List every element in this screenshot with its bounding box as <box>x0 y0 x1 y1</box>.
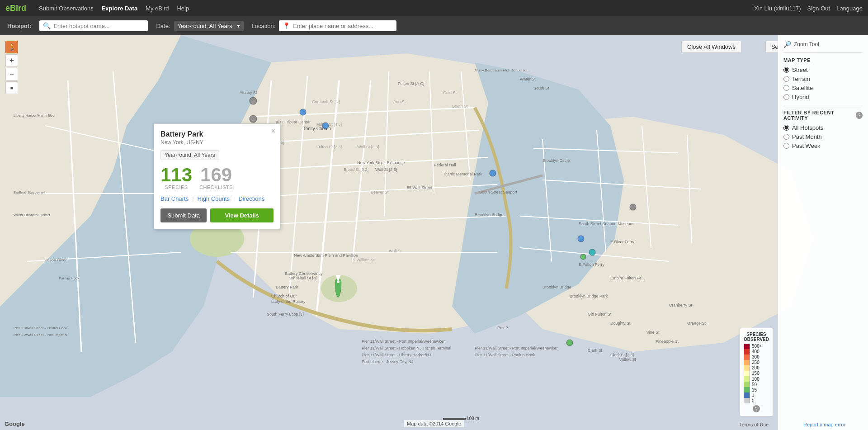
view-details-button[interactable]: View Details <box>210 208 274 222</box>
svg-text:Brooklyn Bridge: Brooklyn Bridge <box>542 285 571 289</box>
map-type-satellite-radio[interactable] <box>783 85 789 91</box>
date-select[interactable]: Year-round, All Years Past Month Past We… <box>174 21 244 31</box>
hotspot-popup: × Battery Park New York, US-NY Year-roun… <box>154 123 280 229</box>
map-type-terrain[interactable]: Terrain <box>783 76 863 82</box>
svg-text:9/11 Tribute Center: 9/11 Tribute Center <box>276 120 311 124</box>
svg-text:55 Wall Street: 55 Wall Street <box>407 185 433 190</box>
link-sep-2: | <box>233 195 235 202</box>
svg-text:Gold St: Gold St <box>443 90 457 95</box>
svg-text:Church of Our: Church of Our <box>271 294 297 298</box>
top-nav-right: Xin Liu (xinliu117) Sign Out Language <box>754 5 863 12</box>
svg-point-106 <box>250 115 257 123</box>
hotspot-search-wrap[interactable]: 🔍 <box>39 20 148 31</box>
map-type-terrain-radio[interactable] <box>783 76 789 82</box>
location-input[interactable] <box>293 23 393 29</box>
map-type-street[interactable]: Street <box>783 66 863 73</box>
overview-map-button[interactable]: ■ <box>5 81 18 94</box>
nav-submit-observations[interactable]: Submit Observations <box>39 5 94 12</box>
bar-charts-link[interactable]: Bar Charts <box>160 195 189 202</box>
popup-close-button[interactable]: × <box>271 128 275 135</box>
close-all-windows-button[interactable]: Close All Windows <box>681 41 741 53</box>
svg-text:Cranberry St: Cranberry St <box>669 303 693 307</box>
legend-help-icon[interactable]: ? <box>744 405 769 412</box>
svg-text:Old Fulton St: Old Fulton St <box>588 312 612 317</box>
submit-data-button[interactable]: Submit Data <box>160 208 207 222</box>
svg-text:Water St: Water St <box>520 77 536 81</box>
legend-label-15: 15 <box>752 387 762 392</box>
svg-point-107 <box>580 254 586 260</box>
sign-out-link[interactable]: Sign Out <box>807 5 830 12</box>
location-input-wrap[interactable]: 📍 <box>279 20 396 31</box>
user-name[interactable]: Xin Liu (xinliu117) <box>754 5 801 12</box>
report-map-error-link[interactable]: Report a map error <box>803 422 845 427</box>
map-type-street-radio[interactable] <box>783 67 789 73</box>
svg-text:South St: South St <box>533 86 549 90</box>
legend-question-icon[interactable]: ? <box>753 405 760 412</box>
google-logo: Google <box>5 421 25 427</box>
svg-text:New Amsterdam Plein and Pavill: New Amsterdam Plein and Pavillion <box>294 253 358 258</box>
svg-text:Pier 11/Wall Street - Paulus H: Pier 11/Wall Street - Paulus Hook <box>14 326 68 330</box>
legend-label-150: 150 <box>752 371 762 376</box>
svg-text:Lady of the Rosary: Lady of the Rosary <box>271 299 306 304</box>
scale-bar-line <box>443 418 466 420</box>
legend-label-300: 300 <box>752 354 762 359</box>
nav-help[interactable]: Help <box>177 5 189 12</box>
svg-text:Pier 2: Pier 2 <box>497 326 508 330</box>
filter-past-week[interactable]: Past Week <box>783 142 863 149</box>
date-select-wrap[interactable]: Year-round, All Years Past Month Past We… <box>174 21 244 31</box>
hotspot-search-input[interactable] <box>53 23 144 29</box>
svg-text:Pier 11/Wall Street - Hoboken : Pier 11/Wall Street - Hoboken NJ Transit… <box>362 346 451 350</box>
svg-text:Pineapple St: Pineapple St <box>656 339 679 344</box>
location-label: Location: <box>252 23 276 29</box>
map-type-hybrid[interactable]: Hybrid <box>783 94 863 100</box>
svg-text:Doughty St: Doughty St <box>610 321 631 326</box>
map-type-hybrid-radio[interactable] <box>783 94 789 100</box>
directions-link[interactable]: Directions <box>238 195 264 202</box>
filter-past-month[interactable]: Past Month <box>783 133 863 140</box>
svg-text:South Street Seaport: South Street Seaport <box>479 190 518 194</box>
filter-all-label: All Hotspots <box>792 124 823 131</box>
popup-title: Battery Park <box>160 130 274 138</box>
zoom-in-button[interactable]: + <box>5 54 18 67</box>
species-legend: SPECIESOBSERVED 500+ 400 300 250 20 <box>740 328 773 416</box>
legend-color-200 <box>744 365 750 371</box>
hotspot-label: Hotspot: <box>7 23 31 29</box>
svg-text:Wall St: Wall St <box>389 249 402 253</box>
filter-past-week-radio[interactable] <box>783 143 789 149</box>
high-counts-link[interactable]: High Counts <box>198 195 230 202</box>
species-label: SPECIES <box>160 184 192 190</box>
filter-past-week-label: Past Week <box>792 142 821 149</box>
filter-all-hotspots[interactable]: All Hotspots <box>783 124 863 131</box>
divider-1 <box>783 52 863 53</box>
svg-text:Pier 11/Wall Street - Port Imp: Pier 11/Wall Street - Port Imperial/Weeh… <box>362 339 446 344</box>
map-container[interactable]: Cortlandt St [N] Fulton St [4.5] Fulton … <box>0 35 868 430</box>
svg-text:Ann St: Ann St <box>393 99 406 104</box>
street-view-button[interactable]: 🚶 <box>5 41 18 53</box>
language-link[interactable]: Language <box>836 5 863 12</box>
legend-label-1: 1 <box>752 393 762 398</box>
terms-link[interactable]: Terms of Use <box>739 422 769 427</box>
svg-text:World Financial Center: World Financial Center <box>14 213 51 217</box>
filter-all-radio[interactable] <box>783 125 789 131</box>
scale-label: 100 m <box>467 416 479 421</box>
filter-past-month-radio[interactable] <box>783 134 789 140</box>
svg-text:E River Ferry: E River Ferry <box>610 240 635 244</box>
legend-color-150 <box>744 371 750 376</box>
svg-text:S William St: S William St <box>353 258 375 262</box>
nav-explore-data[interactable]: Explore Data <box>102 5 137 12</box>
zoom-out-button[interactable]: − <box>5 68 18 80</box>
filter-help-icon[interactable]: ? <box>856 112 863 119</box>
filter-past-month-label: Past Month <box>792 133 822 140</box>
divider-2 <box>783 105 863 105</box>
nav-my-ebird[interactable]: My eBird <box>146 5 169 12</box>
svg-text:South St: South St <box>452 104 468 109</box>
map-type-satellite[interactable]: Satellite <box>783 85 863 91</box>
svg-text:Willow St: Willow St <box>619 357 637 362</box>
svg-text:Pier 11/Wall Street - Liberty : Pier 11/Wall Street - Liberty Harbor/NJ <box>362 353 431 357</box>
svg-text:Liberty Harbor/Marin Blvd: Liberty Harbor/Marin Blvd <box>14 113 55 118</box>
svg-text:Jason River: Jason River <box>45 258 67 262</box>
popup-species-stat: 113 SPECIES <box>160 165 192 190</box>
svg-text:Paulus Hook: Paulus Hook <box>59 276 80 280</box>
legend-color-0 <box>744 398 750 403</box>
svg-text:Battery Conservancy: Battery Conservancy <box>285 271 323 276</box>
